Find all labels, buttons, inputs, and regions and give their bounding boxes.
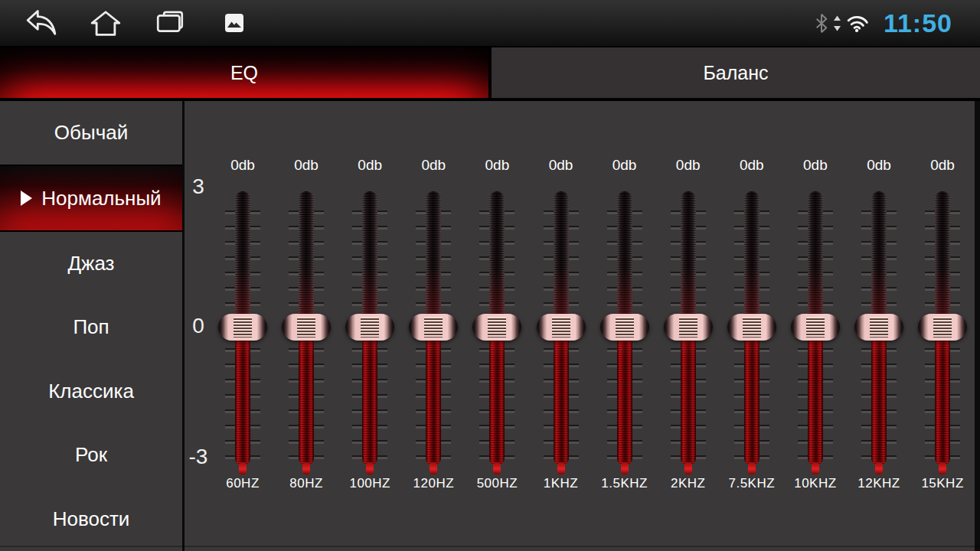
band-gain-label: 0db	[848, 157, 910, 174]
preset-label: Классика	[48, 380, 134, 403]
slider-track-tip	[302, 462, 310, 474]
home-button[interactable]	[86, 5, 126, 41]
eq-band-slider: 0db 500HZ	[466, 157, 528, 501]
slider-track-upper[interactable]	[554, 191, 569, 328]
slider-track-tip	[875, 462, 883, 474]
slider-track-upper[interactable]	[489, 191, 505, 328]
band-freq-label: 120HZ	[402, 476, 465, 491]
slider-thumb[interactable]	[600, 314, 649, 341]
slider-track-lower[interactable]	[681, 328, 696, 465]
thumb-grip-texture	[552, 317, 570, 337]
slider-thumb[interactable]	[791, 314, 840, 341]
scale-label-zero: 0	[185, 314, 212, 338]
slider-track-tip	[684, 462, 692, 474]
slider-thumb[interactable]	[472, 314, 521, 341]
slider-track-upper[interactable]	[362, 191, 377, 328]
slider-track-lower[interactable]	[299, 328, 314, 465]
slider-track-upper[interactable]	[871, 191, 887, 328]
slider-track-upper[interactable]	[617, 191, 632, 328]
preset-label: Джаз	[67, 252, 114, 276]
slider-thumb[interactable]	[282, 314, 331, 341]
slider-track-tip	[557, 462, 565, 474]
slider-track-lower[interactable]	[808, 328, 823, 465]
tab-balance-label: Баланс	[703, 62, 768, 84]
band-gain-label: 0db	[402, 157, 465, 174]
band-gain-label: 0db	[275, 157, 338, 174]
recents-button[interactable]	[150, 5, 190, 41]
eq-band-slider: 0db 15KHZ	[911, 157, 974, 501]
preset-label: Поп	[73, 315, 109, 339]
slider-track-lower[interactable]	[744, 328, 760, 465]
slider-track-lower[interactable]	[871, 328, 887, 465]
band-gain-label: 0db	[784, 157, 847, 174]
slider-thumb[interactable]	[727, 314, 776, 341]
preset-item[interactable]: Нормальный	[0, 165, 182, 231]
preset-item[interactable]: Новости	[0, 487, 182, 551]
clock: 11:50	[884, 8, 952, 38]
band-gain-label: 0db	[720, 157, 783, 174]
slider-track-lower[interactable]	[617, 328, 632, 465]
slider-track-tip	[621, 462, 629, 474]
preset-item[interactable]: Обычай	[0, 101, 182, 165]
back-button[interactable]	[21, 5, 61, 41]
slider-thumb[interactable]	[345, 314, 394, 341]
slider-track-lower[interactable]	[362, 328, 377, 465]
preset-list: Обычай Нормальный Джаз Поп Классика Рок …	[0, 101, 185, 551]
status-bar: 11:50	[0, 0, 980, 46]
preset-label: Рок	[75, 443, 107, 467]
slider-thumb[interactable]	[409, 314, 458, 341]
band-freq-label: 12KHZ	[848, 476, 910, 491]
slider-track-lower[interactable]	[935, 328, 950, 465]
slider-thumb[interactable]	[918, 314, 967, 341]
band-freq-label: 100HZ	[338, 476, 401, 491]
band-gain-label: 0db	[530, 157, 593, 174]
slider-thumb[interactable]	[537, 314, 586, 341]
wifi-icon	[846, 13, 869, 33]
slider-track-upper[interactable]	[426, 191, 441, 328]
tab-balance[interactable]: Баланс	[492, 47, 980, 98]
slider-track-upper[interactable]	[935, 191, 950, 328]
slider-track-lower[interactable]	[489, 328, 505, 465]
thumb-grip-texture	[297, 317, 315, 337]
eq-band-slider: 0db 7.5KHZ	[720, 157, 783, 501]
band-gain-label: 0db	[657, 157, 720, 174]
thumb-grip-texture	[424, 317, 443, 337]
band-freq-label: 10KHZ	[784, 476, 847, 491]
band-freq-label: 15KHZ	[911, 476, 974, 491]
preset-label: Новости	[53, 507, 130, 531]
eq-band-slider: 0db 12KHZ	[848, 157, 910, 501]
thumb-grip-texture	[361, 317, 379, 337]
band-freq-label: 7.5KHZ	[720, 476, 783, 491]
band-freq-label: 1KHZ	[530, 476, 593, 491]
slider-track-lower[interactable]	[235, 328, 250, 465]
tab-eq[interactable]: EQ	[0, 47, 488, 98]
slider-thumb[interactable]	[854, 314, 903, 341]
tab-bar: EQ Баланс	[0, 46, 980, 101]
slider-track-lower[interactable]	[426, 328, 441, 465]
slider-track-lower[interactable]	[554, 328, 569, 465]
band-gain-label: 0db	[466, 157, 528, 174]
preset-item[interactable]: Джаз	[0, 232, 182, 295]
band-gain-label: 0db	[338, 157, 401, 174]
slider-track-upper[interactable]	[299, 191, 314, 328]
selected-arrow-icon	[21, 191, 32, 206]
gallery-icon	[224, 13, 244, 33]
activity-arrows-icon	[834, 15, 841, 31]
slider-thumb[interactable]	[218, 314, 267, 341]
eq-band-slider: 0db 10KHZ	[784, 157, 847, 501]
slider-track-upper[interactable]	[681, 191, 696, 328]
gallery-button[interactable]	[214, 5, 254, 41]
slider-track-upper[interactable]	[808, 191, 823, 328]
band-freq-label: 60HZ	[211, 476, 274, 491]
slider-track-upper[interactable]	[744, 191, 760, 328]
band-freq-label: 2KHZ	[657, 476, 720, 491]
preset-label: Обычай	[54, 121, 128, 145]
slider-track-tip	[430, 462, 437, 474]
slider-track-tip	[493, 462, 501, 474]
slider-track-tip	[748, 462, 756, 474]
slider-thumb[interactable]	[664, 314, 713, 341]
preset-item[interactable]: Классика	[0, 360, 182, 423]
preset-item[interactable]: Поп	[0, 295, 182, 359]
preset-item[interactable]: Рок	[0, 423, 182, 487]
slider-track-upper[interactable]	[235, 191, 250, 328]
